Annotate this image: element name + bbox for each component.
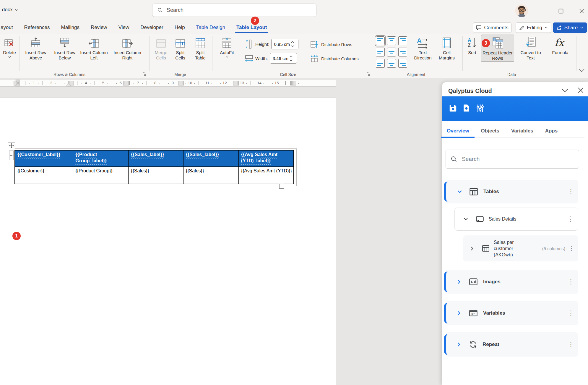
insert-column-left-button[interactable]: Insert Column Left [79,36,109,61]
body-cell[interactable]: {{Sales}} [183,166,238,184]
panel-tab-overview[interactable]: Overview [446,128,470,134]
convert-to-text-button[interactable]: Convert to Text [517,36,544,61]
align-top-left-button[interactable] [376,36,385,45]
align-bottom-right-button[interactable] [398,59,407,68]
align-bottom-center-button[interactable] [387,59,396,68]
first-line-indent-marker[interactable] [15,80,20,82]
tab-developer[interactable]: Developer [140,25,164,30]
ruler-column-marker[interactable] [123,81,129,85]
chevron-down-icon[interactable] [464,218,468,221]
split-table-button[interactable]: Split Table [191,36,210,61]
align-center-left-button[interactable] [376,48,385,56]
body-cell[interactable]: {{Avg Sales Amt (YTD)}} [238,166,294,184]
comments-button[interactable]: Comments [473,22,511,33]
table-resize-handle[interactable] [279,184,284,189]
app-search-input[interactable] [167,7,291,13]
rows-columns-dialog-launcher[interactable] [142,72,147,77]
panel-tab-objects[interactable]: Objects [480,128,501,134]
ruler-column-marker[interactable] [178,81,184,85]
row-select-handle[interactable] [9,151,14,160]
app-search-box[interactable] [152,4,316,17]
height-input[interactable] [272,42,290,47]
section-repeat[interactable]: Repeat ⋮ [446,332,578,357]
share-button[interactable]: Share [553,22,587,33]
panel-tab-variables[interactable]: Variables [510,128,535,134]
preview-button[interactable] [462,104,471,114]
section-images[interactable]: Images ⋮ [446,270,578,294]
template-table[interactable]: {{Customer_label}} {{Product Group_label… [14,150,294,184]
table-body-row[interactable]: {{Customer}} {{Product Group}} {{Sales}}… [15,166,294,184]
table-move-handle[interactable] [8,142,15,149]
align-top-right-button[interactable] [398,36,407,45]
section-tables[interactable]: Tables ⋮ [446,180,578,203]
formula-button[interactable]: fx Formula [546,36,574,55]
tab-help[interactable]: Help [174,25,186,30]
tab-review[interactable]: Review [90,25,108,30]
section-variables[interactable]: x= Variables ⋮ [446,301,578,325]
maximize-button[interactable] [555,5,567,17]
save-button[interactable] [449,104,457,114]
cell-indent-marker[interactable] [66,83,71,86]
item-sales-details[interactable]: Sales Details ⋮ [454,208,578,231]
height-spinner[interactable] [291,41,294,47]
item-sales-per-customer[interactable]: Sales per customer (AKGwb) (5 columns) ⋮ [463,235,578,261]
tab-table-design[interactable]: Table Design [196,25,226,30]
ruler-column-marker[interactable] [290,81,296,85]
cell-size-dialog-launcher[interactable] [366,72,371,77]
autofit-button[interactable]: AutoFit [217,36,237,59]
kebab-menu-icon[interactable]: ⋮ [567,246,576,250]
panel-collapse-button[interactable] [557,88,573,94]
account-avatar[interactable] [515,4,528,17]
tab-table-layout[interactable]: Table Layout [236,25,268,30]
width-spinner[interactable] [290,55,293,62]
split-cells-button[interactable]: Split Cells [171,36,189,61]
sort-button[interactable]: AZ Sort [464,36,480,55]
body-cell[interactable]: {{Product Group}} [73,166,129,184]
insert-row-below-button[interactable]: Insert Row Below [51,36,79,61]
table-header-row[interactable]: {{Customer_label}} {{Product Group_label… [15,150,294,166]
document-page[interactable]: {{Customer_label}} {{Product Group_label… [0,98,336,385]
distribute-columns-button[interactable]: Distribute Columns [310,55,359,62]
ruler-column-marker[interactable] [233,81,239,85]
hanging-indent-marker[interactable] [15,83,20,86]
kebab-menu-icon[interactable]: ⋮ [566,280,575,284]
header-cell[interactable]: {{Sales_label}} [183,150,238,166]
align-top-center-button[interactable] [387,36,396,45]
settings-sliders-button[interactable] [476,104,485,114]
delete-button[interactable]: Delete [1,36,18,59]
chevron-right-icon[interactable] [457,311,461,316]
tab-mailings[interactable]: Mailings [61,25,80,30]
tab-view[interactable]: View [118,25,130,30]
panel-close-button[interactable] [573,87,584,95]
body-cell[interactable]: {{Customer}} [15,166,73,184]
repeat-header-rows-button[interactable]: Repeat Header Rows [481,35,514,62]
panel-search-box[interactable] [446,150,579,169]
collapse-ribbon-button[interactable] [579,68,585,74]
document-name-menu[interactable]: .docx [1,7,18,13]
insert-row-above-button[interactable]: Insert Row Above [21,36,50,61]
chevron-right-icon[interactable] [457,342,461,347]
kebab-menu-icon[interactable]: ⋮ [566,342,575,347]
panel-search-input[interactable] [462,156,568,162]
editing-mode-button[interactable]: Editing [516,22,551,33]
text-direction-button[interactable]: A Text Direction [413,36,433,61]
kebab-menu-icon[interactable]: ⋮ [566,190,575,194]
close-button[interactable] [576,5,587,17]
header-cell[interactable]: {{Product Group_label}} [73,150,129,166]
width-input[interactable] [270,56,289,61]
chevron-right-icon[interactable] [471,246,474,251]
align-bottom-left-button[interactable] [376,59,385,68]
header-cell[interactable]: {{Sales_label}} [129,150,183,166]
header-cell[interactable]: {{Customer_label}} [15,150,73,166]
cell-margins-button[interactable]: Cell Margins [436,36,458,61]
distribute-rows-button[interactable]: Distribute Rows [310,41,352,48]
kebab-menu-icon[interactable]: ⋮ [566,311,575,315]
insert-column-right-button[interactable]: Insert Column Right [109,36,145,61]
kebab-menu-icon[interactable]: ⋮ [566,217,575,221]
minimize-button[interactable] [534,5,545,17]
tab-references[interactable]: References [24,25,51,30]
body-cell[interactable]: {{Sales}} [129,166,183,184]
chevron-down-icon[interactable] [457,190,462,193]
align-center-center-button[interactable] [387,48,396,56]
chevron-right-icon[interactable] [457,279,461,284]
